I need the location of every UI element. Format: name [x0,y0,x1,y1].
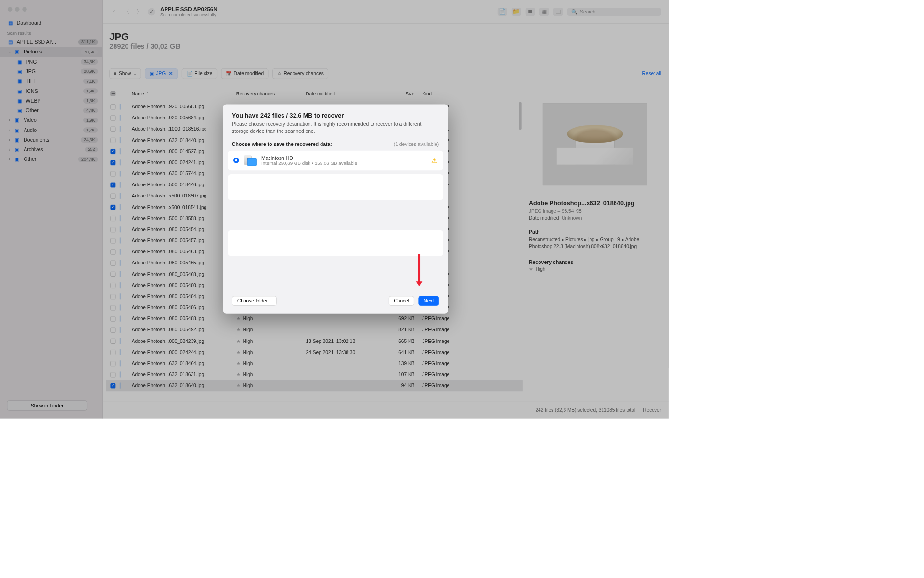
recovery-destination-dialog: You have 242 files / 32,6 MB to recover … [223,104,448,313]
dialog-title: You have 242 files / 32,6 MB to recover [232,112,439,119]
warning-icon: ⚠︎ [431,156,437,164]
dialog-description: Please choose recovery destination. It i… [232,120,439,134]
destination-info: Internal 250,69 GB disk • 155,06 GB avai… [261,160,357,166]
dialog-buttons: Choose folder... Cancel Next [223,291,448,313]
destination-list: Macintosh HD Internal 250,69 GB disk • 1… [223,151,448,291]
dialog-subheader: Choose where to save the recovered data:… [223,137,448,151]
dialog-header: You have 242 files / 32,6 MB to recover … [223,104,448,137]
annotation-arrow-icon [418,254,420,282]
destination-option[interactable]: Macintosh HD Internal 250,69 GB disk • 1… [228,151,443,171]
devices-count: (1 devices available) [394,142,439,147]
internal-disk-icon [244,155,257,166]
cancel-button[interactable]: Cancel [389,296,414,306]
choose-folder-button[interactable]: Choose folder... [232,296,277,306]
destination-placeholder [228,174,443,200]
next-button[interactable]: Next [419,296,439,306]
destination-name: Macintosh HD [261,155,357,161]
choose-label: Choose where to save the recovered data: [232,142,332,147]
radio-selected-icon[interactable] [233,158,239,163]
destination-placeholder [228,230,443,256]
